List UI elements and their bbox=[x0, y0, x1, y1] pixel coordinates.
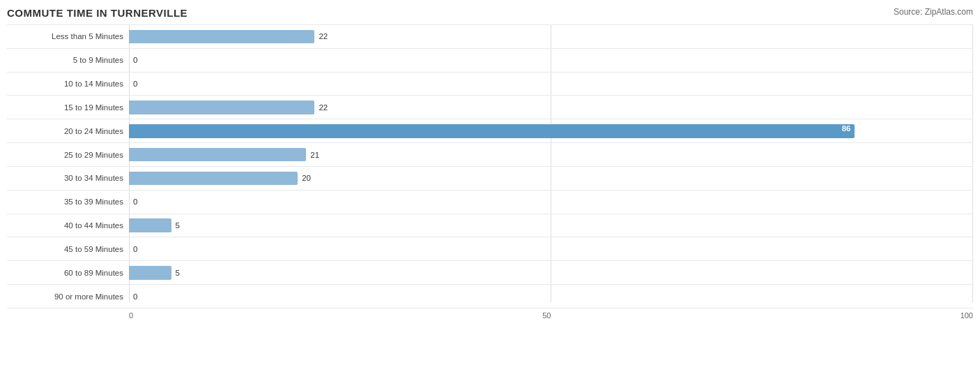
bar-track: 0 bbox=[129, 242, 973, 256]
table-row: 40 to 44 Minutes5 bbox=[7, 214, 973, 238]
bar-fill bbox=[129, 218, 171, 232]
table-row: Less than 5 Minutes22 bbox=[7, 24, 973, 49]
bar-track: 22 bbox=[129, 30, 973, 44]
row-label: 25 to 29 Minutes bbox=[7, 151, 129, 159]
bar-fill bbox=[129, 148, 306, 162]
table-row: 30 to 34 Minutes20 bbox=[7, 167, 973, 191]
bar-fill bbox=[129, 30, 314, 44]
bar-track: 0 bbox=[129, 53, 973, 67]
bar-fill bbox=[129, 100, 314, 114]
table-row: 25 to 29 Minutes21 bbox=[7, 143, 973, 167]
chart-container: COMMUTE TIME IN TURNERVILLE Source: ZipA… bbox=[0, 0, 980, 365]
row-label: 10 to 14 Minutes bbox=[7, 80, 129, 88]
bar-value: 20 bbox=[302, 174, 311, 182]
bar-value: 21 bbox=[310, 151, 319, 159]
table-row: 35 to 39 Minutes0 bbox=[7, 191, 973, 214]
bar-track: 86 bbox=[129, 124, 973, 138]
chart-title: COMMUTE TIME IN TURNERVILLE bbox=[7, 7, 187, 19]
bar-track: 0 bbox=[129, 195, 973, 209]
row-label: 20 to 24 Minutes bbox=[7, 127, 129, 135]
bar-fill bbox=[129, 266, 171, 280]
bar-value: 86 bbox=[842, 124, 851, 133]
x-axis: 050100 bbox=[129, 308, 973, 320]
x-axis-label: 50 bbox=[542, 311, 551, 320]
table-row: 20 to 24 Minutes86 bbox=[7, 119, 973, 143]
row-label: 90 or more Minutes bbox=[7, 292, 129, 301]
bar-value: 0 bbox=[133, 56, 137, 64]
bar-track: 20 bbox=[129, 172, 973, 186]
bar-track: 0 bbox=[129, 77, 973, 91]
bar-value: 5 bbox=[176, 269, 180, 277]
table-row: 60 to 89 Minutes5 bbox=[7, 261, 973, 285]
table-row: 90 or more Minutes0 bbox=[7, 285, 973, 308]
bar-value: 22 bbox=[319, 103, 328, 112]
bar-track: 5 bbox=[129, 218, 973, 232]
bar-track: 0 bbox=[129, 290, 973, 304]
row-label: 45 to 59 Minutes bbox=[7, 245, 129, 253]
bar-value: 0 bbox=[133, 292, 137, 301]
row-label: 30 to 34 Minutes bbox=[7, 174, 129, 182]
bar-track: 5 bbox=[129, 266, 973, 280]
bar-value: 5 bbox=[176, 221, 180, 230]
bar-value: 22 bbox=[319, 32, 328, 40]
bar-value: 0 bbox=[133, 245, 137, 253]
table-row: 10 to 14 Minutes0 bbox=[7, 73, 973, 96]
row-label: 40 to 44 Minutes bbox=[7, 221, 129, 230]
table-row: 5 to 9 Minutes0 bbox=[7, 49, 973, 73]
rows-area: Less than 5 Minutes225 to 9 Minutes010 t… bbox=[7, 24, 973, 308]
bar-fill: 86 bbox=[129, 124, 855, 138]
table-row: 45 to 59 Minutes0 bbox=[7, 237, 973, 261]
row-label: 60 to 89 Minutes bbox=[7, 269, 129, 277]
x-axis-label: 100 bbox=[960, 311, 973, 320]
row-label: Less than 5 Minutes bbox=[7, 32, 129, 40]
x-axis-label: 0 bbox=[129, 311, 133, 320]
row-label: 15 to 19 Minutes bbox=[7, 103, 129, 112]
bar-value: 0 bbox=[133, 80, 137, 88]
row-label: 5 to 9 Minutes bbox=[7, 56, 129, 64]
bar-track: 21 bbox=[129, 148, 973, 162]
table-row: 15 to 19 Minutes22 bbox=[7, 96, 973, 119]
chart-header: COMMUTE TIME IN TURNERVILLE Source: ZipA… bbox=[7, 7, 973, 19]
chart-source: Source: ZipAtlas.com bbox=[894, 7, 973, 17]
bar-value: 0 bbox=[133, 198, 137, 206]
bar-track: 22 bbox=[129, 100, 973, 114]
bar-fill bbox=[129, 172, 298, 186]
row-label: 35 to 39 Minutes bbox=[7, 198, 129, 206]
chart-body: Less than 5 Minutes225 to 9 Minutes010 t… bbox=[7, 24, 973, 320]
